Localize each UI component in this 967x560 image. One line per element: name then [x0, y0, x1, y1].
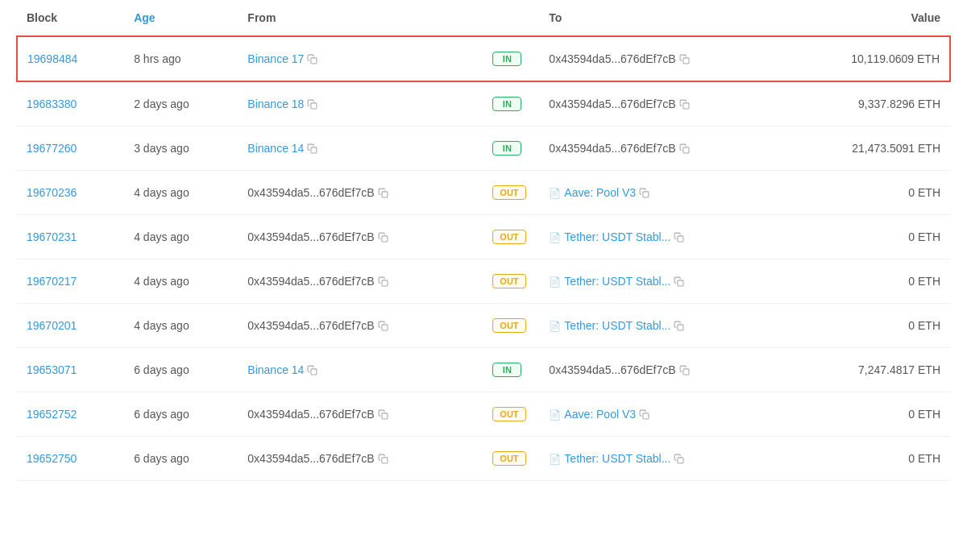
copy-icon[interactable] [679, 99, 691, 110]
to-cell: 📄Tether: USDT Stabl... [539, 304, 784, 348]
to-header: To [539, 0, 784, 36]
block-link[interactable]: 19670217 [27, 275, 77, 288]
copy-icon[interactable] [639, 409, 650, 421]
copy-icon[interactable] [378, 409, 389, 421]
block-cell: 19670201 [17, 304, 124, 348]
copy-icon[interactable] [674, 232, 685, 243]
block-link[interactable]: 19670201 [27, 319, 77, 332]
table-row: 196702174 days ago0x43594da5...676dEf7cB… [17, 259, 950, 304]
direction-header [483, 0, 539, 36]
direction-badge: OUT [492, 230, 525, 244]
copy-icon[interactable] [378, 188, 389, 199]
block-cell: 19670231 [17, 215, 124, 259]
block-cell: 19652752 [17, 392, 124, 437]
direction-badge: OUT [492, 185, 525, 200]
value-cell: 9,337.8296 ETH [784, 81, 950, 127]
copy-icon[interactable] [674, 276, 685, 288]
block-link[interactable]: 19698484 [27, 52, 77, 65]
document-icon: 📄 [549, 454, 561, 465]
direction-badge: OUT [492, 407, 525, 421]
svg-rect-11 [678, 280, 683, 286]
to-link[interactable]: Tether: USDT Stabl... [564, 275, 670, 288]
to-link[interactable]: Tether: USDT Stabl... [564, 452, 670, 465]
document-icon: 📄 [549, 276, 561, 288]
value-text: 0 ETH [908, 319, 940, 332]
copy-icon[interactable] [674, 321, 685, 332]
copy-icon[interactable] [639, 188, 650, 199]
table-row: 196527506 days ago0x43594da5...676dEf7cB… [17, 437, 950, 481]
age-text: 4 days ago [134, 186, 189, 199]
from-cell: 0x43594da5...676dEf7cB [238, 392, 483, 437]
copy-icon[interactable] [307, 143, 318, 155]
from-cell: Binance 17 [238, 36, 483, 81]
direction-badge: OUT [492, 318, 525, 333]
copy-icon[interactable] [307, 365, 318, 376]
block-link[interactable]: 19652750 [27, 452, 77, 465]
from-cell: 0x43594da5...676dEf7cB [238, 171, 483, 215]
table-row: 196530716 days agoBinance 14 IN0x43594da… [17, 348, 950, 392]
to-link[interactable]: Aave: Pool V3 [564, 408, 636, 421]
block-link[interactable]: 19677260 [27, 142, 77, 155]
direction-cell: OUT [483, 304, 539, 348]
block-cell: 19670217 [17, 259, 124, 304]
to-address: 0x43594da5...676dEf7cB [549, 52, 675, 65]
copy-icon[interactable] [679, 365, 691, 376]
copy-icon[interactable] [378, 454, 389, 465]
age-cell: 3 days ago [124, 127, 238, 171]
to-cell: 📄Aave: Pool V3 [539, 392, 784, 437]
from-cell: 0x43594da5...676dEf7cB [238, 304, 483, 348]
from-cell: Binance 18 [238, 81, 483, 127]
age-text: 6 days ago [134, 363, 189, 376]
copy-icon[interactable] [378, 232, 389, 243]
from-link[interactable]: Binance 18 [247, 97, 304, 110]
to-cell: 0x43594da5...676dEf7cB [539, 348, 784, 392]
age-cell: 2 days ago [124, 81, 238, 127]
svg-rect-4 [311, 147, 317, 153]
direction-cell: OUT [483, 437, 539, 481]
value-cell: 10,119.0609 ETH [784, 36, 950, 81]
from-cell: 0x43594da5...676dEf7cB [238, 259, 483, 304]
copy-icon[interactable] [307, 54, 318, 65]
to-link[interactable]: Tether: USDT Stabl... [564, 230, 670, 243]
copy-icon[interactable] [679, 143, 691, 155]
to-cell: 📄Aave: Pool V3 [539, 171, 784, 215]
value-text: 21,473.5091 ETH [852, 142, 940, 155]
copy-icon[interactable] [307, 99, 318, 110]
age-cell: 6 days ago [124, 348, 238, 392]
block-cell: 19653071 [17, 348, 124, 392]
svg-rect-17 [643, 413, 649, 419]
from-address: 0x43594da5...676dEf7cB [247, 230, 374, 243]
to-cell: 0x43594da5...676dEf7cB [539, 127, 784, 171]
block-link[interactable]: 19683380 [27, 97, 77, 110]
from-address: 0x43594da5...676dEf7cB [247, 186, 374, 199]
to-link[interactable]: Aave: Pool V3 [564, 186, 636, 199]
block-link[interactable]: 19652752 [27, 408, 77, 421]
from-link[interactable]: Binance 17 [247, 52, 304, 65]
age-cell: 4 days ago [124, 259, 238, 304]
svg-rect-8 [381, 236, 387, 242]
block-link[interactable]: 19670231 [27, 230, 77, 243]
to-link[interactable]: Tether: USDT Stabl... [564, 319, 670, 332]
copy-icon[interactable] [679, 54, 691, 65]
svg-rect-15 [683, 369, 688, 375]
copy-icon[interactable] [378, 276, 389, 288]
from-cell: 0x43594da5...676dEf7cB [238, 437, 483, 481]
value-cell: 0 ETH [784, 437, 950, 481]
from-link[interactable]: Binance 14 [247, 363, 304, 376]
block-cell: 19698484 [17, 36, 124, 81]
from-link[interactable]: Binance 14 [247, 142, 304, 155]
block-link[interactable]: 19653071 [27, 363, 77, 376]
age-header: Age [124, 0, 238, 36]
table-row: 196702014 days ago0x43594da5...676dEf7cB… [17, 304, 950, 348]
block-link[interactable]: 19670236 [27, 186, 77, 199]
copy-icon[interactable] [378, 321, 389, 332]
age-text: 4 days ago [134, 230, 189, 243]
value-cell: 7,247.4817 ETH [784, 348, 950, 392]
value-cell: 0 ETH [784, 215, 950, 259]
value-text: 0 ETH [908, 408, 940, 421]
table-row: 196702314 days ago0x43594da5...676dEf7cB… [17, 215, 950, 259]
age-cell: 4 days ago [124, 171, 238, 215]
table-row: 196984848 hrs agoBinance 17 IN0x43594da5… [17, 36, 950, 81]
copy-icon[interactable] [674, 454, 685, 465]
age-text: 2 days ago [134, 97, 189, 110]
